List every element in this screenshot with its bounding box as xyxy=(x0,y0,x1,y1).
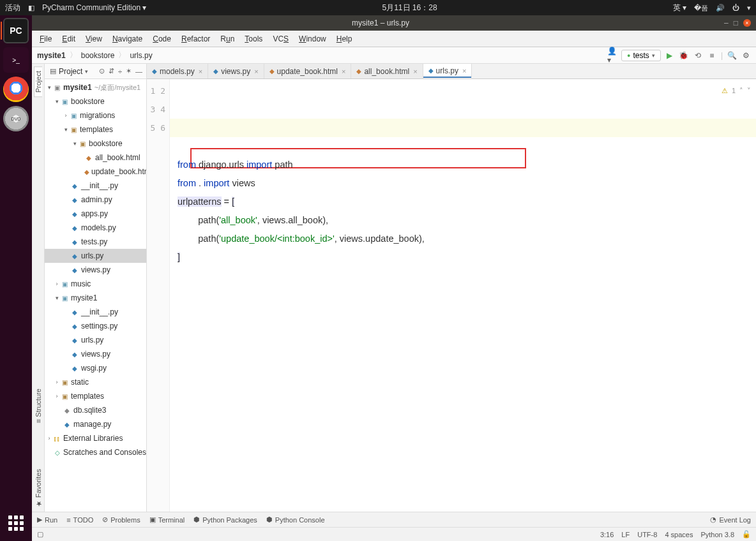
tree-file-all-book-html[interactable]: ◆all_book.html xyxy=(45,151,146,165)
clock[interactable]: 5月11日 16：28 xyxy=(146,3,672,13)
bottom-terminal[interactable]: ▣Terminal xyxy=(149,515,185,524)
bottom-problems[interactable]: ⊘Problems xyxy=(102,515,140,524)
collapse-all-icon[interactable]: ÷ xyxy=(118,68,122,75)
tree-file-views2[interactable]: ◆views.py xyxy=(45,347,146,361)
tree-file-update-book-html[interactable]: ◆update_book.html xyxy=(45,165,146,179)
activities-button[interactable]: 活动 xyxy=(5,3,20,13)
chevron-down-icon[interactable]: ˅ xyxy=(747,82,751,100)
tree-dir-static[interactable]: ›▣static xyxy=(45,375,146,389)
app-name-label[interactable]: PyCharm Community Edition ▾ xyxy=(42,3,146,12)
network-icon[interactable]: �품 xyxy=(694,3,708,13)
project-tree[interactable]: ▾▣mysite1~/桌面/mysite1 ▾▣bookstore ›▣migr… xyxy=(45,79,146,512)
status-indent[interactable]: 4 spaces xyxy=(665,531,693,538)
run-config-selector[interactable]: ● tests ▾ xyxy=(621,50,661,61)
tree-root[interactable]: ▾▣mysite1~/桌面/mysite1 xyxy=(45,80,146,94)
tree-external-libraries[interactable]: ›⫿⫿External Libraries xyxy=(45,431,146,445)
window-close-button[interactable]: × xyxy=(743,19,751,27)
bottom-python-packages[interactable]: ⬢Python Packages xyxy=(193,515,257,524)
line-gutter[interactable]: 1 2 3 4 5 6 xyxy=(147,79,170,512)
lock-icon[interactable]: 🔓 xyxy=(742,530,751,538)
expand-all-icon[interactable]: ⇵ xyxy=(109,67,114,75)
menu-refactor[interactable]: Refactor xyxy=(178,33,214,45)
close-icon[interactable]: × xyxy=(413,68,417,75)
power-icon[interactable]: ⏻ xyxy=(732,4,739,11)
launcher-chrome[interactable] xyxy=(3,77,29,102)
sidetab-favorites[interactable]: ★ Favorites xyxy=(34,465,42,512)
menu-file[interactable]: File xyxy=(36,33,56,45)
close-icon[interactable]: × xyxy=(199,68,202,75)
tree-file-tests[interactable]: ◆tests.py xyxy=(45,235,146,249)
tree-file-db[interactable]: ◆db.sqlite3 xyxy=(45,403,146,417)
system-menu-chevron[interactable]: ▾ xyxy=(747,4,751,12)
menu-run[interactable]: Run xyxy=(216,33,238,45)
tree-file-urls[interactable]: ◆urls.py xyxy=(45,249,146,263)
menu-tools[interactable]: Tools xyxy=(241,33,266,45)
code-area[interactable]: ⚠1˄˅ from django.urls import path from .… xyxy=(170,79,756,512)
menu-window[interactable]: Window xyxy=(295,33,330,45)
breadcrumb-folder[interactable]: bookstore xyxy=(81,51,115,60)
run-button[interactable]: ▶ xyxy=(665,50,675,61)
tree-file-wsgi[interactable]: ◆wsgi.py xyxy=(45,361,146,375)
bottom-python-console[interactable]: ⬢Python Console xyxy=(266,515,325,524)
breadcrumb-file[interactable]: urls.py xyxy=(130,51,152,60)
target-icon[interactable]: ⊙ xyxy=(99,67,105,75)
status-encoding[interactable]: UTF-8 xyxy=(637,531,657,538)
tree-dir-music[interactable]: ›▣music xyxy=(45,277,146,291)
tree-dir-templates-root[interactable]: ›▣templates xyxy=(45,389,146,403)
editor-indicators[interactable]: ⚠1˄˅ xyxy=(722,82,751,100)
tree-dir-mysite1[interactable]: ▾▣mysite1 xyxy=(45,291,146,305)
menu-navigate[interactable]: Navigate xyxy=(109,33,146,45)
tab-update-book-html[interactable]: ◆update_book.html× xyxy=(264,64,352,78)
run-with-coverage-button[interactable]: ⟲ xyxy=(693,50,703,61)
hide-icon[interactable]: — xyxy=(135,68,142,75)
status-line-separator[interactable]: LF xyxy=(621,531,630,538)
tree-dir-bookstore[interactable]: ▾▣bookstore xyxy=(45,94,146,108)
launcher-terminal[interactable]: >_ xyxy=(3,47,29,73)
tab-all-book-html[interactable]: ◆all_book.html× xyxy=(351,64,423,78)
search-everywhere-button[interactable]: 🔍 xyxy=(727,50,737,61)
tree-file-admin[interactable]: ◆admin.py xyxy=(45,193,146,207)
chevron-up-icon[interactable]: ˄ xyxy=(739,82,743,100)
breadcrumb-root[interactable]: mysite1 xyxy=(37,51,66,60)
close-icon[interactable]: × xyxy=(254,68,258,75)
bottom-event-log[interactable]: ◔Event Log xyxy=(710,515,751,524)
project-header-title[interactable]: Project xyxy=(59,67,82,76)
tree-dir-templates[interactable]: ▾▣templates xyxy=(45,122,146,137)
tab-urls[interactable]: ◆urls.py× xyxy=(423,64,472,78)
tree-file-init[interactable]: ◆__init__.py xyxy=(45,179,146,193)
close-icon[interactable]: × xyxy=(462,67,466,75)
menu-code[interactable]: Code xyxy=(149,33,175,45)
tree-file-models[interactable]: ◆models.py xyxy=(45,221,146,235)
menu-help[interactable]: Help xyxy=(333,33,356,45)
tab-models[interactable]: ◆models.py× xyxy=(147,64,208,78)
tab-views[interactable]: ◆views.py× xyxy=(208,64,264,78)
window-maximize-button[interactable]: □ xyxy=(734,19,738,27)
editor-body[interactable]: 1 2 3 4 5 6 ⚠1˄˅ from django.urls import… xyxy=(147,79,756,512)
sidetab-project[interactable]: Project xyxy=(34,66,42,97)
tree-file-manage[interactable]: ◆manage.py xyxy=(45,417,146,431)
tree-file-urls2[interactable]: ◆urls.py xyxy=(45,333,146,347)
menu-view[interactable]: View xyxy=(82,33,106,45)
input-method-indicator[interactable]: 英 ▾ xyxy=(673,3,686,13)
sound-icon[interactable]: 🔊 xyxy=(716,4,725,12)
tree-scratches[interactable]: ◇Scratches and Consoles xyxy=(45,445,146,459)
tree-dir-bookstore-tpl[interactable]: ▾▣bookstore xyxy=(45,137,146,151)
ide-settings-button[interactable]: ⚙ xyxy=(741,50,751,61)
status-quicklist-icon[interactable]: ▢ xyxy=(37,530,43,538)
add-user-icon[interactable]: 👤▾ xyxy=(607,50,617,61)
bottom-todo[interactable]: ≡TODO xyxy=(66,516,93,524)
tree-file-init2[interactable]: ◆__init__.py xyxy=(45,305,146,319)
status-position[interactable]: 3:16 xyxy=(600,531,614,538)
debug-button[interactable]: 🐞 xyxy=(679,50,689,61)
launcher-dvd[interactable]: DVD xyxy=(3,106,29,131)
tree-file-apps[interactable]: ◆apps.py xyxy=(45,207,146,221)
tree-file-settings[interactable]: ◆settings.py xyxy=(45,319,146,333)
settings-icon[interactable]: ✶ xyxy=(126,67,132,75)
tree-dir-migrations[interactable]: ›▣migrations xyxy=(45,108,146,122)
chevron-down-icon[interactable]: ▾ xyxy=(85,68,88,75)
show-applications-button[interactable] xyxy=(0,510,32,536)
close-icon[interactable]: × xyxy=(342,68,345,75)
status-python[interactable]: Python 3.8 xyxy=(700,531,734,538)
sidetab-structure[interactable]: ≡ Structure xyxy=(34,385,42,427)
menu-edit[interactable]: Edit xyxy=(58,33,79,45)
